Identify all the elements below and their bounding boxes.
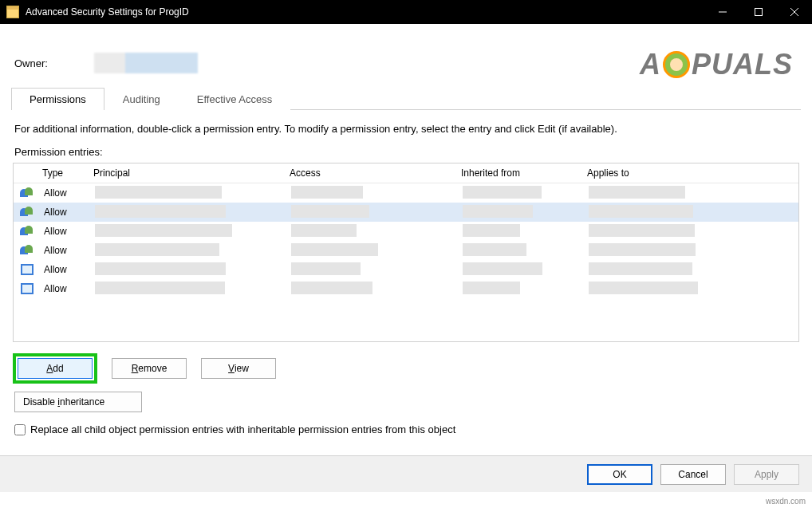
table-row[interactable]: Allow xyxy=(14,260,798,279)
redacted-cell xyxy=(95,186,222,199)
redacted-cell xyxy=(463,282,520,294)
actions-row: Add Remove View xyxy=(13,353,801,384)
remove-button[interactable]: Remove xyxy=(112,358,187,379)
redacted-cell xyxy=(291,224,357,237)
replace-checkbox[interactable] xyxy=(14,424,26,435)
redacted-cell xyxy=(291,205,369,218)
column-inherited[interactable]: Inherited from xyxy=(456,163,582,183)
redacted-cell xyxy=(95,205,226,218)
redacted-cell xyxy=(291,262,361,275)
redacted-cell xyxy=(463,224,520,237)
redacted-cell xyxy=(589,282,698,294)
redacted-cell xyxy=(589,186,685,199)
redacted-cell xyxy=(463,186,542,199)
users-icon xyxy=(20,207,34,218)
apply-button[interactable]: Apply xyxy=(734,464,799,485)
content-area: A PUALS Owner: Permissions Auditing Effe… xyxy=(0,24,812,508)
close-button[interactable] xyxy=(776,0,812,24)
appuals-logo: A PUALS xyxy=(640,48,793,81)
redacted-cell xyxy=(463,243,526,256)
ok-button[interactable]: OK xyxy=(587,464,652,485)
redacted-cell xyxy=(95,262,226,275)
redacted-cell xyxy=(589,262,692,275)
redacted-cell xyxy=(589,205,693,218)
table-row[interactable]: Allow xyxy=(14,222,798,241)
type-cell: Allow xyxy=(39,205,90,219)
column-access[interactable]: Access xyxy=(285,163,456,183)
window-title: Advanced Security Settings for ProgID xyxy=(26,6,189,18)
secondary-actions: Disable inheritance xyxy=(14,392,801,412)
site-credit: wsxdn.com xyxy=(766,497,806,506)
entries-label: Permission entries: xyxy=(14,146,798,158)
tab-auditing[interactable]: Auditing xyxy=(104,88,179,110)
redacted-cell xyxy=(589,224,695,237)
add-button[interactable]: Add xyxy=(18,358,93,379)
users-icon xyxy=(20,226,34,237)
type-cell: Allow xyxy=(39,186,90,200)
redacted-cell xyxy=(291,186,363,199)
redacted-cell xyxy=(291,243,378,256)
redacted-cell xyxy=(463,205,533,218)
type-cell: Allow xyxy=(39,224,90,238)
svg-rect-1 xyxy=(755,9,762,16)
redacted-cell xyxy=(463,262,542,275)
type-cell: Allow xyxy=(39,262,90,277)
users-icon xyxy=(20,245,34,256)
column-principal[interactable]: Principal xyxy=(89,163,285,183)
view-button[interactable]: View xyxy=(201,358,276,379)
column-applies[interactable]: Applies to xyxy=(582,163,798,183)
column-icon[interactable] xyxy=(14,163,37,183)
table-row[interactable]: Allow xyxy=(14,183,798,203)
info-text: For additional information, double-click… xyxy=(14,123,798,135)
object-icon xyxy=(21,264,34,275)
redacted-cell xyxy=(95,224,232,237)
disable-inheritance-button[interactable]: Disable inheritance xyxy=(14,392,142,412)
tab-strip: Permissions Auditing Effective Access xyxy=(11,88,801,110)
table-row[interactable]: Allow xyxy=(14,203,798,222)
table-body: AllowAllowAllowAllowAllowAllow xyxy=(14,183,798,341)
add-highlight: Add xyxy=(13,353,97,384)
table-row[interactable]: Allow xyxy=(14,241,798,260)
cancel-button[interactable]: Cancel xyxy=(660,464,726,485)
users-icon xyxy=(20,187,34,199)
column-type[interactable]: Type xyxy=(37,163,89,183)
table-header: Type Principal Access Inherited from App… xyxy=(14,163,798,183)
type-cell: Allow xyxy=(39,282,90,296)
type-cell: Allow xyxy=(39,243,90,258)
tab-effective-access[interactable]: Effective Access xyxy=(179,88,290,110)
replace-checkbox-label[interactable]: Replace all child object permission entr… xyxy=(30,423,455,435)
owner-label: Owner: xyxy=(14,57,94,69)
folder-icon xyxy=(6,6,19,18)
maximize-button[interactable] xyxy=(740,0,776,24)
redacted-cell xyxy=(95,282,225,294)
redacted-cell xyxy=(589,243,696,256)
tab-permissions[interactable]: Permissions xyxy=(11,88,104,110)
redacted-cell xyxy=(291,282,372,294)
bottom-bar: OK Cancel Apply xyxy=(0,455,812,492)
replace-checkbox-row: Replace all child object permission entr… xyxy=(14,423,798,435)
mascot-icon xyxy=(663,51,690,78)
object-icon xyxy=(21,283,34,294)
owner-value-redacted xyxy=(94,53,198,73)
redacted-cell xyxy=(95,243,219,256)
table-row[interactable]: Allow xyxy=(14,279,798,298)
titlebar: Advanced Security Settings for ProgID xyxy=(0,0,812,24)
permission-entries-table: Type Principal Access Inherited from App… xyxy=(13,163,799,342)
minimize-button[interactable] xyxy=(704,0,740,24)
